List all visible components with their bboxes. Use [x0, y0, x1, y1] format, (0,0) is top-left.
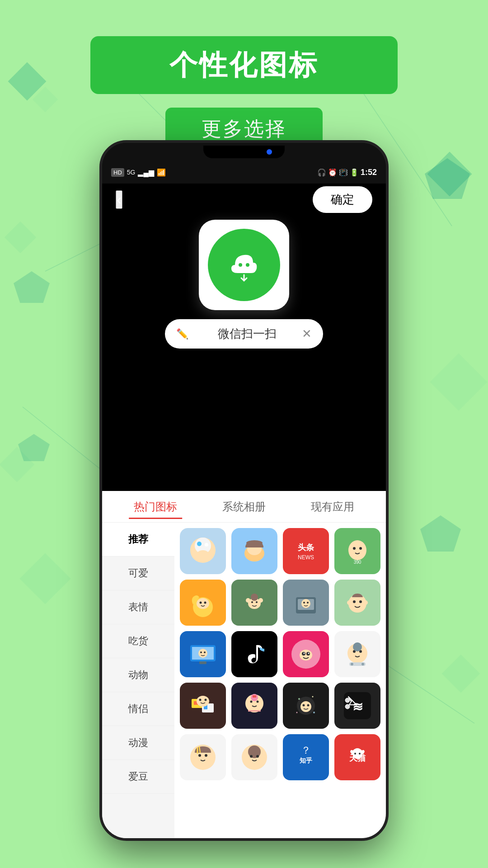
phone-notch [203, 146, 285, 158]
icon-cell-12[interactable] [334, 631, 380, 677]
svg-point-40 [353, 600, 356, 603]
svg-point-70 [205, 699, 207, 701]
icon-cell-4[interactable]: 390 [334, 528, 380, 574]
phone-mockup: HD 5G ▂▄▆ 📶 🎧 ⏰ 📳 🔋 1:52 ‹ 确定 [99, 140, 389, 841]
svg-point-29 [251, 601, 253, 603]
phone-top [102, 143, 386, 161]
category-emoji[interactable]: 表情 [102, 590, 174, 624]
svg-point-33 [258, 598, 263, 603]
icon-selector: 热门图标 系统相册 现有应用 推荐 可爱 表情 [102, 491, 386, 838]
header-section: 个性化图标 更多选择 [0, 36, 488, 151]
category-sidebar: 推荐 可爱 表情 吃货 动物 情侣 动漫 [102, 523, 174, 838]
svg-text:390: 390 [354, 560, 361, 565]
category-animal[interactable]: 动物 [102, 658, 174, 692]
back-button[interactable]: ‹ [116, 190, 122, 209]
svg-point-89 [345, 704, 350, 709]
app-name-bar: ✏️ 微信扫一扫 ✕ [165, 319, 323, 349]
svg-point-81 [307, 704, 310, 707]
svg-point-38 [307, 602, 309, 604]
wechat-scan-icon [221, 242, 267, 288]
svg-point-47 [200, 651, 202, 653]
page-title: 个性化图标 [169, 49, 319, 80]
icon-cell-5[interactable] [180, 580, 226, 626]
hd-badge: HD [111, 168, 124, 177]
svg-point-97 [250, 755, 253, 758]
svg-point-69 [199, 699, 202, 701]
svg-point-14 [246, 540, 263, 546]
icon-cell-14[interactable] [231, 683, 277, 729]
nav-bar: ‹ 确定 [102, 184, 386, 215]
status-bar: HD 5G ▂▄▆ 📶 🎧 ⏰ 📳 🔋 1:52 [102, 161, 386, 184]
category-recommend[interactable]: 推荐 [102, 523, 174, 557]
network-icon: 5G [127, 169, 136, 176]
icon-cell-15[interactable] [283, 683, 329, 729]
wifi-icon: 📶 [157, 168, 166, 177]
svg-point-99 [244, 755, 249, 761]
svg-point-25 [200, 602, 202, 604]
icon-cell-17[interactable] [180, 734, 226, 780]
svg-point-21 [359, 547, 362, 550]
svg-text:？: ？ [301, 745, 311, 756]
svg-point-100 [260, 755, 265, 761]
icon-cell-13[interactable] [180, 683, 226, 729]
category-cute[interactable]: 可爱 [102, 557, 174, 590]
svg-point-42 [347, 600, 352, 605]
category-anime[interactable]: 动漫 [102, 726, 174, 760]
svg-point-6 [246, 263, 249, 267]
svg-point-63 [361, 663, 364, 665]
tab-hot-icons[interactable]: 热门图标 [111, 495, 200, 519]
clear-icon[interactable]: ✕ [302, 327, 312, 341]
alarm-icon: ⏰ [328, 168, 337, 177]
svg-point-36 [301, 599, 310, 608]
icon-cell-20[interactable]: 天猫 [334, 734, 380, 780]
icon-cell-9[interactable] [180, 631, 226, 677]
app-icon-inner [208, 229, 280, 301]
icon-cell-1[interactable] [180, 528, 226, 574]
icon-cell-16[interactable]: ≋ [334, 683, 380, 729]
svg-point-24 [197, 598, 209, 609]
svg-point-11 [197, 550, 209, 559]
svg-rect-75 [248, 710, 261, 712]
svg-point-84 [313, 712, 315, 713]
category-food[interactable]: 吃货 [102, 624, 174, 658]
phone-camera [267, 149, 272, 155]
app-area: ‹ 确定 ✏️ 微信扫一扫 ✕ [102, 184, 386, 491]
category-couple[interactable]: 情侣 [102, 692, 174, 726]
svg-text:知乎: 知乎 [299, 757, 313, 764]
status-left: HD 5G ▂▄▆ 📶 [111, 168, 166, 177]
svg-point-106 [354, 753, 356, 755]
svg-point-92 [205, 754, 207, 757]
svg-point-5 [239, 263, 242, 267]
icon-cell-8[interactable] [334, 580, 380, 626]
icon-cell-10[interactable] [231, 631, 277, 677]
svg-point-79 [300, 701, 311, 712]
icon-cell-18[interactable] [231, 734, 277, 780]
category-idol[interactable]: 爱豆 [102, 760, 174, 794]
svg-point-82 [298, 698, 300, 700]
icon-cell-3[interactable]: 头条 NEWS [283, 528, 329, 574]
svg-point-46 [198, 649, 207, 658]
app-icon-display [199, 220, 289, 310]
icon-cell-19[interactable]: 知乎 ？ [283, 734, 329, 780]
icon-cell-6[interactable] [231, 580, 277, 626]
icon-cell-7[interactable] [283, 580, 329, 626]
tab-existing-apps[interactable]: 现有应用 [288, 495, 377, 519]
title-banner: 个性化图标 [90, 36, 398, 94]
icon-cell-2[interactable] [231, 528, 277, 574]
app-name-text: 微信扫一扫 [218, 326, 277, 342]
svg-point-20 [353, 547, 356, 550]
svg-rect-49 [199, 661, 206, 664]
signal-icon: ▂▄▆ [138, 168, 154, 177]
svg-rect-76 [253, 695, 256, 698]
svg-text:头条: 头条 [297, 543, 314, 552]
svg-point-72 [250, 701, 253, 703]
edit-icon: ✏️ [176, 328, 188, 340]
svg-point-9 [197, 542, 202, 546]
battery-icon: 🔋 [350, 168, 359, 177]
svg-point-43 [363, 600, 368, 605]
tab-system-album[interactable]: 系统相册 [200, 495, 288, 519]
vibrate-icon: 📳 [339, 168, 348, 177]
svg-point-26 [204, 602, 206, 604]
confirm-button[interactable]: 确定 [313, 186, 372, 213]
icon-cell-11[interactable] [283, 631, 329, 677]
